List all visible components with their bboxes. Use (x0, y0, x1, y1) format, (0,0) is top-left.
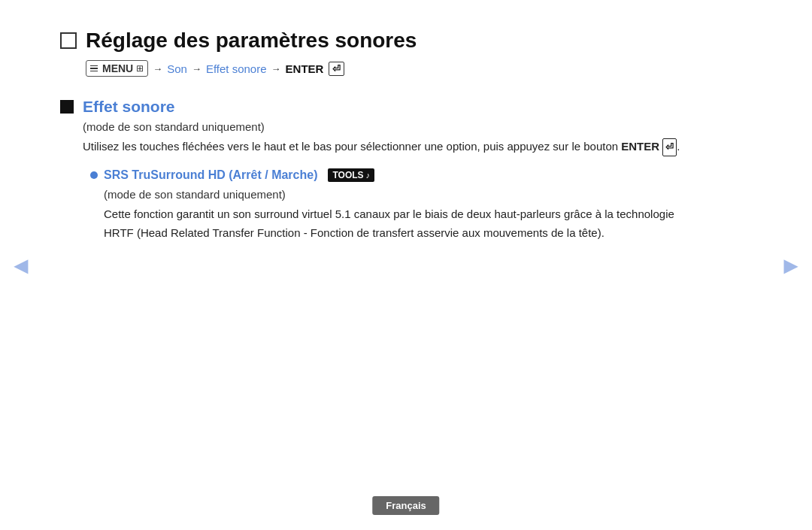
section-header: Effet sonore (60, 98, 692, 116)
section-body: (mode de son standard uniquement) Utilis… (83, 120, 692, 242)
menu-bars-icon (90, 65, 98, 72)
effet-link[interactable]: Effet sonore (206, 62, 267, 75)
menu-grid-icon: ⊞ (136, 63, 144, 74)
tools-badge-icon: ♪ (366, 171, 371, 180)
description-part1: Utilisez les touches fléchées vers le ha… (83, 140, 618, 153)
enter-icon: ⏎ (329, 62, 344, 76)
description-period: . (677, 140, 680, 153)
checkbox-icon (60, 32, 77, 49)
arrow-2: → (192, 63, 201, 74)
arrow-1: → (153, 63, 162, 74)
son-link[interactable]: Son (167, 62, 187, 75)
arrow-3: → (271, 63, 281, 74)
enter-bold: ENTER (621, 140, 659, 153)
section-title: Effet sonore (83, 98, 175, 116)
tools-badge-label: TOOLS (332, 170, 363, 180)
menu-label: MENU (102, 62, 133, 74)
bullet-dot-icon (90, 171, 98, 179)
bullet-item: SRS TruSurround HD (Arrêt / Marche) TOOL… (90, 168, 692, 182)
nav-arrow-left[interactable]: ◄ (9, 251, 33, 279)
black-square-icon (60, 100, 74, 114)
sub-description: Cette fonction garantit un son surround … (104, 205, 692, 243)
mode-note: (mode de son standard uniquement) (83, 120, 692, 133)
enter-inline-icon: ⏎ (662, 138, 677, 156)
description-text: Utilisez les touches fléchées vers le ha… (83, 138, 692, 156)
menu-icon-box: MENU ⊞ (86, 60, 148, 77)
sub-body: (mode de son standard uniquement) Cette … (104, 188, 692, 243)
enter-label: ENTER (286, 62, 324, 75)
tools-badge: TOOLS ♪ (328, 168, 374, 182)
nav-arrow-right[interactable]: ► (779, 251, 803, 279)
page-title: Réglage des paramètres sonores (86, 29, 417, 53)
language-badge: Français (372, 496, 439, 515)
bullet-text: SRS TruSurround HD (Arrêt / Marche) (104, 168, 317, 182)
title-row: Réglage des paramètres sonores (60, 29, 692, 53)
breadcrumb: MENU ⊞ → Son → Effet sonore → ENTER ⏎ (86, 60, 692, 77)
sub-mode-note: (mode de son standard uniquement) (104, 188, 692, 201)
